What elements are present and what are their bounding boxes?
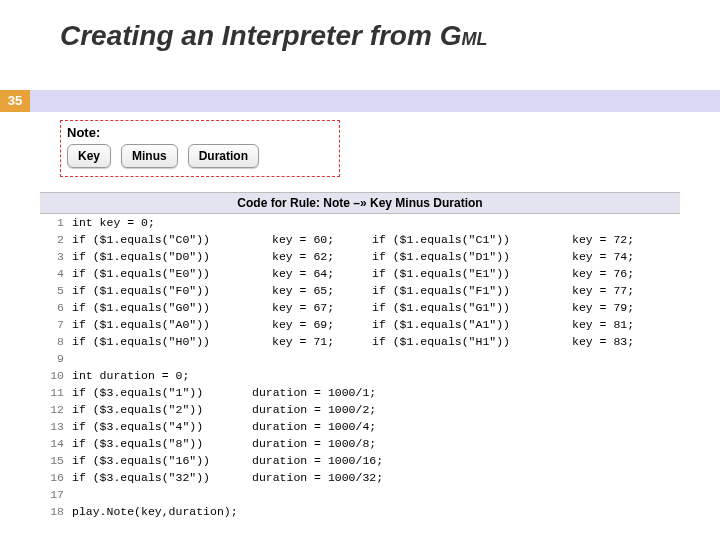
line-number: 11 [40, 384, 72, 401]
code-line: 16if ($3.equals("32"))duration = 1000/32… [40, 469, 680, 486]
code-line: 9 [40, 350, 680, 367]
code-col-2: duration = 1000/2; [252, 401, 432, 418]
code-col-1: if ($1.equals("D0")) [72, 248, 272, 265]
code-col-1: if ($3.equals("4")) [72, 418, 252, 435]
code-line: 14if ($3.equals("8"))duration = 1000/8; [40, 435, 680, 452]
code-col-1: if ($1.equals("G0")) [72, 299, 272, 316]
line-number: 10 [40, 367, 72, 384]
line-number: 1 [40, 214, 72, 231]
note-label: Note: [67, 125, 333, 140]
code-area: 1int key = 0;2if ($1.equals("C0"))key = … [40, 214, 680, 520]
line-number: 16 [40, 469, 72, 486]
code-col-3: if ($1.equals("E1")) [372, 265, 572, 282]
code-line: 4if ($1.equals("E0"))key = 64;if ($1.equ… [40, 265, 680, 282]
code-col-3 [372, 367, 572, 384]
code-col-3 [432, 418, 632, 435]
code-col-2 [272, 350, 372, 367]
line-number: 14 [40, 435, 72, 452]
line-number: 18 [40, 503, 72, 520]
token-minus: Minus [121, 144, 178, 168]
code-col-2: key = 71; [272, 333, 372, 350]
line-number: 5 [40, 282, 72, 299]
code-col-4 [572, 486, 672, 503]
code-col-2: key = 64; [272, 265, 372, 282]
code-line: 15if ($3.equals("16"))duration = 1000/16… [40, 452, 680, 469]
line-number: 13 [40, 418, 72, 435]
token-row: Key Minus Duration [67, 144, 333, 168]
code-col-2: duration = 1000/1; [252, 384, 432, 401]
code-col-4 [632, 418, 720, 435]
code-col-2: duration = 1000/4; [252, 418, 432, 435]
page-number-badge: 35 [0, 90, 30, 112]
code-col-2: key = 67; [272, 299, 372, 316]
code-col-4 [572, 214, 672, 231]
code-line: 18play.Note(key,duration); [40, 503, 680, 520]
code-col-3 [432, 401, 632, 418]
code-col-4: key = 83; [572, 333, 672, 350]
code-col-1: if ($1.equals("A0")) [72, 316, 272, 333]
code-col-2 [272, 367, 372, 384]
rule-header: Code for Rule: Note –» Key Minus Duratio… [40, 192, 680, 214]
code-col-4 [632, 384, 720, 401]
code-col-1 [72, 350, 272, 367]
line-number: 7 [40, 316, 72, 333]
code-col-3 [432, 435, 632, 452]
code-col-4 [632, 452, 720, 469]
slide-title: Creating an Interpreter from GML [60, 20, 487, 52]
code-col-3 [372, 350, 572, 367]
code-col-3: if ($1.equals("A1")) [372, 316, 572, 333]
code-line: 17 [40, 486, 680, 503]
code-col-1 [72, 486, 272, 503]
code-col-4 [632, 469, 720, 486]
code-col-4 [572, 350, 672, 367]
code-col-4 [572, 503, 672, 520]
code-col-3 [432, 469, 632, 486]
code-col-3: if ($1.equals("F1")) [372, 282, 572, 299]
code-col-2: key = 65; [272, 282, 372, 299]
code-line: 5if ($1.equals("F0"))key = 65;if ($1.equ… [40, 282, 680, 299]
code-col-1: if ($1.equals("E0")) [72, 265, 272, 282]
code-col-1: if ($3.equals("1")) [72, 384, 252, 401]
code-col-4: key = 74; [572, 248, 672, 265]
code-line: 7if ($1.equals("A0"))key = 69;if ($1.equ… [40, 316, 680, 333]
code-col-3 [372, 503, 572, 520]
token-duration: Duration [188, 144, 259, 168]
code-line: 1int key = 0; [40, 214, 680, 231]
code-line: 11if ($3.equals("1"))duration = 1000/1; [40, 384, 680, 401]
code-col-2 [272, 503, 372, 520]
code-col-4: key = 77; [572, 282, 672, 299]
code-col-2: duration = 1000/32; [252, 469, 432, 486]
code-col-1: if ($1.equals("F0")) [72, 282, 272, 299]
code-col-4: key = 79; [572, 299, 672, 316]
line-number: 4 [40, 265, 72, 282]
line-number: 2 [40, 231, 72, 248]
code-line: 13if ($3.equals("4"))duration = 1000/4; [40, 418, 680, 435]
code-line: 8if ($1.equals("H0"))key = 71;if ($1.equ… [40, 333, 680, 350]
code-line: 12if ($3.equals("2"))duration = 1000/2; [40, 401, 680, 418]
line-number: 8 [40, 333, 72, 350]
code-col-4: key = 76; [572, 265, 672, 282]
code-col-1: play.Note(key,duration); [72, 503, 272, 520]
code-col-1: int duration = 0; [72, 367, 272, 384]
code-col-1: if ($1.equals("H0")) [72, 333, 272, 350]
code-line: 3if ($1.equals("D0"))key = 62;if ($1.equ… [40, 248, 680, 265]
code-line: 10int duration = 0; [40, 367, 680, 384]
line-number: 3 [40, 248, 72, 265]
slide: Creating an Interpreter from GML 35 Note… [0, 0, 720, 540]
code-col-3 [432, 452, 632, 469]
code-col-2: duration = 1000/16; [252, 452, 432, 469]
code-col-2: duration = 1000/8; [252, 435, 432, 452]
code-col-1: int key = 0; [72, 214, 272, 231]
code-col-4 [632, 401, 720, 418]
code-col-1: if ($3.equals("16")) [72, 452, 252, 469]
code-col-1: if ($1.equals("C0")) [72, 231, 272, 248]
code-col-2: key = 62; [272, 248, 372, 265]
token-key: Key [67, 144, 111, 168]
code-line: 6if ($1.equals("G0"))key = 67;if ($1.equ… [40, 299, 680, 316]
code-col-3 [432, 384, 632, 401]
note-box: Note: Key Minus Duration [60, 120, 340, 177]
code-col-2: key = 69; [272, 316, 372, 333]
line-number: 15 [40, 452, 72, 469]
code-col-3: if ($1.equals("D1")) [372, 248, 572, 265]
code-col-4 [632, 435, 720, 452]
